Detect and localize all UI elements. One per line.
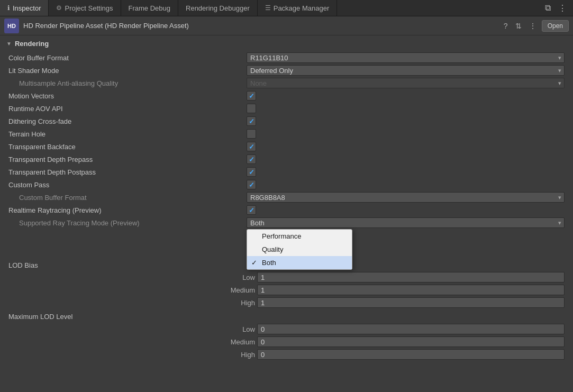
realtime-raytracing-label: Realtime Raytracing (Preview): [8, 206, 247, 214]
tab-frame-debug[interactable]: Frame Debug: [121, 0, 178, 16]
custom-buffer-format-select[interactable]: R8G8B8A8: [247, 192, 565, 203]
tab-package-manager[interactable]: ☰ Package Manager: [258, 0, 338, 16]
prop-row-realtime-raytracing: Realtime Raytracing (Preview): [6, 204, 567, 216]
color-buffer-format-value: R11G11B10: [247, 52, 565, 63]
realtime-raytracing-value: [247, 205, 565, 215]
lod-bias-low-input[interactable]: [257, 272, 565, 282]
tab-frame-debug-label: Frame Debug: [129, 4, 170, 12]
layout-icon[interactable]: ⇅: [513, 21, 524, 31]
runtime-aov-label: Runtime AOV API: [8, 105, 247, 113]
transparent-backface-label: Transparent Backface: [8, 143, 247, 151]
lod-bias-medium-row: Medium: [6, 284, 567, 296]
custom-pass-value: [247, 180, 565, 189]
prop-row-color-buffer-format: Color Buffer Format R11G11B10: [6, 52, 567, 63]
custom-pass-label: Custom Pass: [8, 181, 247, 189]
popup-item-performance[interactable]: Performance: [247, 230, 352, 243]
lit-shader-mode-value: Deferred Only: [247, 65, 565, 76]
lod-bias-low-row: Low: [6, 271, 567, 283]
popup-item-both[interactable]: ✓ Both: [247, 256, 352, 269]
motion-vectors-value: [247, 91, 565, 101]
transparent-backface-value: [247, 142, 565, 151]
tab-project-settings-label: Project Settings: [65, 4, 113, 12]
terrain-hole-value: [247, 129, 565, 139]
header-actions: ? ⇅ ⋮ Open: [502, 20, 569, 32]
content-area: ▼ Rendering Color Buffer Format R11G11B1…: [0, 35, 573, 392]
more-options-icon[interactable]: ⋮: [556, 2, 569, 14]
prop-row-transparent-depth-prepass: Transparent Depth Prepass: [6, 153, 567, 165]
supported-ray-tracing-value: Both Performance Quality ✓ Both: [247, 217, 565, 228]
terrain-hole-label: Terrain Hole: [8, 130, 247, 138]
max-lod-high-label: High: [241, 351, 255, 359]
max-lod-high-input[interactable]: [257, 349, 565, 360]
color-buffer-format-dropdown-wrapper: R11G11B10: [247, 52, 565, 63]
prop-row-max-lod-level: Maximum LOD Level: [6, 311, 567, 322]
prop-row-terrain-hole: Terrain Hole: [6, 128, 567, 140]
prop-row-supported-ray-tracing: Supported Ray Tracing Mode (Preview) Bot…: [6, 217, 567, 229]
asset-header: HD HD Render Pipeline Asset (HD Render P…: [0, 16, 573, 35]
prop-row-transparent-depth-postpass: Transparent Depth Postpass: [6, 166, 567, 178]
max-lod-low-row: Low: [6, 323, 567, 335]
supported-ray-tracing-dropdown-wrapper: Both: [247, 217, 565, 228]
transparent-backface-checkbox[interactable]: [247, 142, 256, 151]
motion-vectors-label: Motion Vectors: [8, 92, 247, 100]
project-settings-icon: ⚙: [56, 4, 62, 12]
dithering-label: Dithering Cross-fade: [8, 117, 247, 125]
prop-row-runtime-aov: Runtime AOV API: [6, 103, 567, 114]
tab-project-settings[interactable]: ⚙ Project Settings: [49, 0, 121, 16]
lit-shader-mode-select[interactable]: Deferred Only: [247, 65, 565, 76]
custom-buffer-format-label: Custom Buffer Format: [8, 194, 247, 202]
realtime-raytracing-checkbox[interactable]: [247, 205, 256, 215]
open-button[interactable]: Open: [542, 20, 569, 32]
terrain-hole-checkbox[interactable]: [247, 129, 256, 139]
msaa-label: Multisample Anti-aliasing Quality: [8, 79, 247, 87]
tab-rendering-debugger[interactable]: Rendering Debugger: [178, 0, 258, 16]
rendering-section-title: Rendering: [15, 40, 49, 48]
runtime-aov-checkbox[interactable]: [247, 104, 256, 113]
lit-shader-mode-label: Lit Shader Mode: [8, 67, 247, 75]
quality-label: Quality: [262, 245, 283, 253]
prop-row-msaa: Multisample Anti-aliasing Quality None: [6, 77, 567, 89]
supported-ray-tracing-select[interactable]: Both: [247, 217, 565, 228]
dithering-checkbox[interactable]: [247, 116, 256, 126]
prop-row-transparent-backface: Transparent Backface: [6, 141, 567, 152]
ray-tracing-dropdown-popup: Performance Quality ✓ Both: [247, 229, 352, 270]
msaa-select[interactable]: None: [247, 78, 565, 88]
lod-bias-medium-input[interactable]: [257, 285, 565, 295]
help-icon[interactable]: ?: [502, 21, 510, 31]
popup-item-quality[interactable]: Quality: [247, 243, 352, 256]
color-buffer-format-label: Color Buffer Format: [8, 54, 247, 62]
lod-bias-high-input[interactable]: [257, 297, 565, 308]
header-more-icon[interactable]: ⋮: [527, 21, 539, 31]
transparent-depth-prepass-label: Transparent Depth Prepass: [8, 156, 247, 163]
tab-rendering-debugger-label: Rendering Debugger: [186, 4, 250, 12]
custom-buffer-format-value: R8G8B8A8: [247, 192, 565, 203]
section-collapse-arrow[interactable]: ▼: [6, 41, 12, 47]
prop-row-motion-vectors: Motion Vectors: [6, 90, 567, 102]
package-manager-icon: ☰: [265, 4, 271, 12]
asset-title: HD Render Pipeline Asset (HD Render Pipe…: [23, 22, 497, 30]
hd-asset-icon: HD: [4, 19, 19, 33]
restore-window-icon[interactable]: ⧉: [543, 2, 553, 14]
lit-shader-mode-dropdown-wrapper: Deferred Only: [247, 65, 565, 76]
supported-ray-tracing-label: Supported Ray Tracing Mode (Preview): [8, 219, 247, 227]
transparent-depth-postpass-checkbox[interactable]: [247, 167, 256, 177]
max-lod-high-row: High: [6, 349, 567, 360]
transparent-depth-postpass-label: Transparent Depth Postpass: [8, 168, 247, 176]
color-buffer-format-select[interactable]: R11G11B10: [247, 52, 565, 63]
max-lod-medium-label: Medium: [231, 338, 255, 346]
max-lod-low-input[interactable]: [257, 324, 565, 334]
max-lod-medium-input[interactable]: [257, 336, 565, 347]
transparent-depth-prepass-checkbox[interactable]: [247, 154, 256, 164]
custom-pass-checkbox[interactable]: [247, 180, 256, 189]
lod-bias-high-label: High: [241, 299, 255, 307]
motion-vectors-checkbox[interactable]: [247, 91, 256, 101]
transparent-depth-prepass-value: [247, 154, 565, 164]
lod-bias-label: LOD Bias: [8, 261, 247, 269]
both-label: Both: [262, 259, 276, 267]
tab-package-manager-label: Package Manager: [274, 4, 330, 12]
lod-bias-medium-label: Medium: [231, 286, 255, 294]
msaa-value: None: [247, 78, 565, 88]
tab-bar-actions: ⧉ ⋮: [543, 2, 573, 14]
prop-row-lit-shader-mode: Lit Shader Mode Deferred Only: [6, 65, 567, 76]
tab-inspector[interactable]: ℹ Inspector: [0, 0, 49, 16]
